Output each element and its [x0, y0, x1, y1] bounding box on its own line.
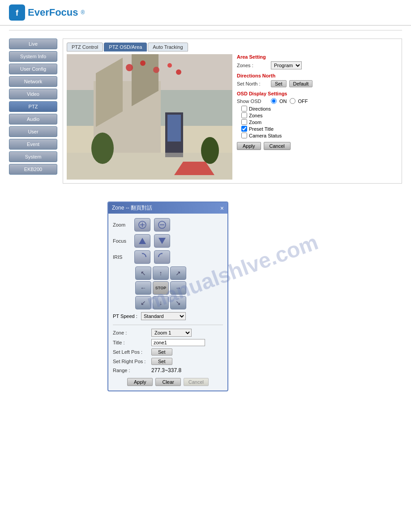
osd-directions-label: Directions [249, 106, 271, 112]
dir-s-button[interactable]: ↓ [153, 296, 169, 309]
main-container: Live System Info User Config Network Vid… [0, 34, 411, 188]
set-north-label: Set North : [237, 81, 268, 86]
range-label: Range : [113, 368, 149, 373]
sidebar-item-event[interactable]: Event [9, 139, 57, 150]
dir-e-button[interactable]: → [170, 281, 186, 295]
pt-speed-label: PT Speed : [113, 313, 137, 319]
camera-view [67, 54, 232, 180]
set-north-button[interactable]: Set [271, 80, 287, 87]
iris-open-button[interactable] [134, 250, 150, 264]
svg-point-11 [167, 63, 172, 68]
zone-dialog-close-button[interactable]: × [220, 205, 224, 212]
sidebar-item-ptz[interactable]: PTZ [9, 101, 57, 112]
osd-camera-status-label: Camera Status [249, 133, 282, 138]
zoom-in-button[interactable] [134, 218, 150, 232]
sidebar-item-live[interactable]: Live [9, 39, 57, 49]
svg-rect-14 [167, 115, 181, 142]
sidebar: Live System Info User Config Network Vid… [9, 39, 58, 184]
dir-sw-button[interactable]: ↙ [135, 296, 151, 309]
show-osd-label: Show OSD [237, 99, 268, 104]
sidebar-item-user[interactable]: User [9, 126, 57, 137]
osd-on-label: ON [279, 99, 287, 104]
osd-camera-status-row: Camera Status [241, 133, 398, 138]
focus-near-button[interactable] [134, 234, 150, 248]
dir-nw-button[interactable]: ↖ [135, 266, 151, 280]
focus-far-button[interactable] [154, 234, 170, 248]
dir-w-button[interactable]: ← [135, 281, 151, 295]
osd-section: OSD Display Settings Show OSD ON OFF Dir… [237, 91, 398, 150]
sidebar-item-system[interactable]: System [9, 151, 57, 162]
osd-preset-title-row: Preset Title [241, 126, 398, 132]
svg-point-12 [176, 69, 181, 75]
zone-field-row: Zone : Zoom 1 Zoom 2 Zoom 3 [113, 329, 223, 337]
zone-apply-button[interactable]: Apply [127, 378, 153, 386]
set-right-pos-button[interactable]: Set [151, 358, 172, 365]
zones-row: Zones : Program [237, 61, 398, 69]
sidebar-item-audio[interactable]: Audio [9, 114, 57, 124]
zone-dialog-title-text: Zone -- 翻頁對話 [112, 204, 152, 212]
osd-directions-checkbox[interactable] [241, 106, 247, 112]
zoom-row: Zoom [113, 218, 223, 232]
set-right-pos-label: Set Right Pos : [113, 359, 149, 364]
iris-close-button[interactable] [154, 250, 170, 264]
osd-zones-label: Zones [249, 113, 263, 118]
direction-grid: ↖ ↑ ↗ ← STOP → ↙ ↓ ↘ [135, 266, 223, 309]
zones-label: Zones : [237, 63, 268, 68]
sidebar-item-system-info[interactable]: System Info [9, 51, 57, 62]
osd-preset-title-checkbox[interactable] [241, 126, 247, 132]
range-value: 277.3~337.8 [151, 367, 181, 373]
sidebar-item-ekb200[interactable]: EKB200 [9, 164, 57, 175]
osd-action-row: Apply Cancel [237, 142, 398, 150]
svg-marker-24 [139, 238, 146, 244]
logo: f EverFocus® [9, 4, 402, 21]
osd-on-radio[interactable] [271, 98, 277, 104]
osd-off-label: OFF [298, 99, 308, 104]
default-north-button[interactable]: Default [289, 80, 313, 87]
zone-cancel-button[interactable]: Cancel [184, 378, 209, 386]
osd-off-radio[interactable] [290, 98, 295, 104]
set-left-pos-button[interactable]: Set [151, 348, 172, 356]
focus-row: Focus [113, 234, 223, 248]
tab-ptz-control[interactable]: PTZ Control [67, 43, 103, 51]
title-input[interactable] [151, 339, 205, 346]
osd-camera-status-checkbox[interactable] [241, 133, 247, 138]
zones-select[interactable]: Program [271, 61, 302, 69]
iris-row: IRIS [113, 250, 223, 264]
focus-label: Focus [113, 238, 131, 244]
sidebar-item-video[interactable]: Video [9, 89, 57, 99]
settings-panel: Area Setting Zones : Program Directions … [237, 54, 398, 180]
set-left-pos-label: Set Left Pos : [113, 349, 149, 355]
osd-zoom-checkbox[interactable] [241, 119, 247, 125]
sidebar-item-network[interactable]: Network [9, 76, 57, 87]
zone-dialog-body: Zoom Focus IRIS [108, 214, 227, 390]
osd-directions-row: Directions [241, 106, 398, 112]
zone-select[interactable]: Zoom 1 Zoom 2 Zoom 3 [151, 329, 192, 337]
zone-dialog-titlebar: Zone -- 翻頁對話 × [108, 202, 227, 214]
svg-point-16 [91, 133, 114, 164]
dir-ne-button[interactable]: ↗ [170, 266, 186, 280]
tab-ptz-osd-area[interactable]: PTZ OSD/Area [104, 43, 147, 51]
zone-clear-button[interactable]: Clear [155, 378, 180, 386]
sidebar-item-user-config[interactable]: User Config [9, 64, 57, 74]
osd-cancel-button[interactable]: Cancel [264, 142, 291, 150]
pt-speed-select[interactable]: Slow Standard Fast [141, 312, 186, 320]
osd-radio-group: ON OFF [271, 98, 308, 104]
zone-dialog: Zone -- 翻頁對話 × Zoom Focus [107, 202, 228, 391]
dir-se-button[interactable]: ↘ [170, 296, 186, 309]
svg-point-17 [201, 137, 219, 164]
osd-zones-checkbox[interactable] [241, 112, 247, 118]
zoom-out-button[interactable] [154, 218, 170, 232]
osd-zoom-row: Zoom [241, 119, 398, 125]
zoom-label: Zoom [113, 222, 131, 227]
tab-auto-tracking[interactable]: Auto Tracking [148, 43, 188, 51]
osd-apply-button[interactable]: Apply [237, 142, 261, 150]
logo-reg: ® [81, 9, 85, 16]
zone-select-label: Zone : [113, 330, 149, 335]
content-area: PTZ Control PTZ OSD/Area Auto Tracking [63, 39, 402, 184]
osd-title: OSD Display Settings [237, 91, 398, 96]
dir-n-button[interactable]: ↑ [153, 266, 169, 280]
svg-text:f: f [16, 9, 19, 17]
dir-stop-button[interactable]: STOP [153, 281, 169, 295]
iris-label: IRIS [113, 254, 131, 260]
svg-point-10 [153, 67, 159, 73]
